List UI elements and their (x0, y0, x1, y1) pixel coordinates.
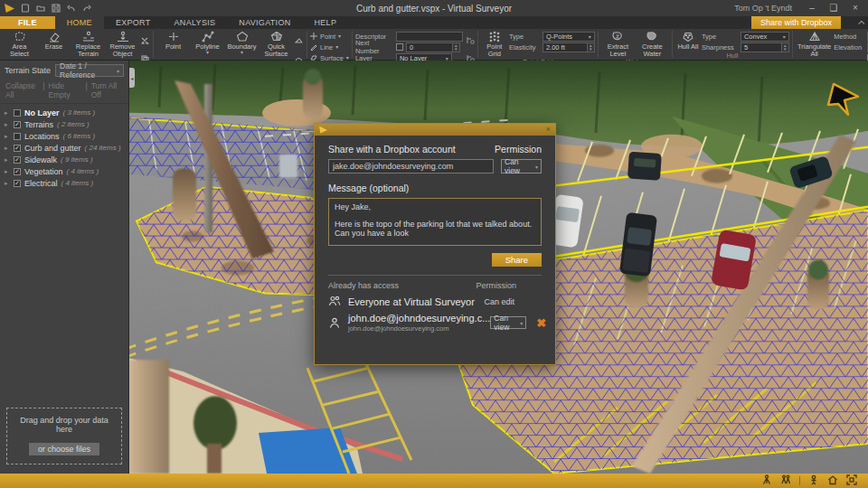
account-name[interactable]: Tom Op 't Eyndt (734, 4, 792, 13)
maximize-button[interactable]: ❑ (825, 2, 843, 14)
layer-row-locations[interactable]: ▸ Locations( 6 items ) (0, 130, 128, 142)
new-icon[interactable] (21, 0, 30, 16)
expand-icon[interactable]: ▸ (5, 133, 10, 140)
expand-icon[interactable]: ▸ (5, 168, 10, 175)
hull-type-select[interactable]: Convex▾ (741, 32, 789, 42)
minimize-button[interactable]: – (803, 2, 821, 14)
multi-station-icon[interactable] (780, 473, 791, 488)
first-person-icon[interactable] (808, 473, 819, 488)
save-icon[interactable] (52, 0, 61, 16)
group-drawing: Point Polyline▾ Boundary▾ Quick Surface … (154, 29, 307, 60)
cut-icon[interactable] (141, 32, 149, 48)
collapse-all-link[interactable]: Collapse All (5, 81, 39, 99)
hide-empty-link[interactable]: Hide Empty (49, 81, 82, 99)
dialog-close-icon[interactable]: × (546, 126, 551, 134)
remove-object-icon (117, 31, 129, 42)
choose-files-button[interactable]: or choose files (29, 443, 99, 455)
person-icon (328, 317, 341, 329)
collapse-ribbon-icon[interactable] (855, 16, 868, 29)
turn-all-off-link[interactable]: Turn All Off (91, 81, 123, 99)
layer-row-electrical[interactable]: ▸ ✓ Electrical( 4 items ) (0, 177, 128, 189)
layer-tree: ▸ No Layer( 3 items ) ▸ ✓ Terrains( 2 it… (0, 104, 128, 189)
point-grid-button[interactable]: Point Grid (481, 30, 508, 58)
station-view-icon[interactable] (761, 473, 772, 488)
file-drop-zone[interactable]: Drag and drop your data here or choose f… (6, 408, 122, 465)
layer-checkbox[interactable] (14, 109, 21, 117)
message-textarea[interactable]: Hey Jake, Here is the topo of the parkin… (328, 198, 542, 246)
triangulate-all-button[interactable]: Triangulate All (796, 30, 833, 58)
flatten-terrain-icon[interactable] (295, 32, 303, 48)
point-grid-type-select[interactable]: Q-Points▾ (542, 32, 595, 42)
replace-terrain-button[interactable]: Replace Terrain (71, 30, 105, 58)
elasticity-spinner[interactable]: ▴▾ (588, 42, 595, 52)
descriptor-input[interactable] (396, 32, 463, 42)
tab-export[interactable]: EXPORT (104, 16, 163, 29)
sharpness-spinner[interactable]: ▴▾ (782, 42, 789, 52)
create-water-button[interactable]: Create Water (636, 30, 669, 58)
share-with-dropbox-button[interactable]: Share with Dropbox (751, 16, 841, 29)
layer-row-sidewalk[interactable]: ▸ ✓ Sidewalk( 9 items ) (0, 154, 128, 165)
share-button[interactable]: Share (492, 253, 542, 267)
quick-surface-button[interactable]: Quick Surface (259, 30, 293, 58)
extract-level-button[interactable]: Extract Level (601, 30, 635, 58)
layer-checkbox[interactable]: ✓ (14, 168, 21, 175)
expand-icon[interactable]: ▸ (5, 145, 10, 152)
layer-checkbox[interactable] (14, 133, 21, 140)
plus-icon (310, 33, 317, 40)
tab-analysis[interactable]: ANALYSIS (163, 16, 228, 29)
descriptor-settings-icon[interactable] (466, 32, 475, 48)
layer-row-vegetation[interactable]: ▸ ✓ Vegetation( 4 items ) (0, 165, 128, 177)
home-view-icon[interactable] (827, 473, 838, 488)
sharpness-input[interactable]: 5 (741, 42, 782, 52)
open-icon[interactable] (36, 0, 45, 16)
share-email-input[interactable] (328, 159, 494, 174)
layer-checkbox[interactable]: ✓ (14, 180, 21, 187)
sidebar-collapse-handle[interactable]: ◂ (129, 68, 135, 88)
tab-home[interactable]: HOME (55, 16, 104, 29)
area-select-button[interactable]: Area Select (3, 30, 36, 58)
access-permission-label: Permission (476, 281, 516, 290)
zoom-extents-icon[interactable] (846, 473, 857, 488)
redo-icon[interactable] (82, 0, 91, 16)
share-permission-select[interactable]: Can view▾ (501, 159, 542, 174)
hull-all-button[interactable]: Hull All (675, 30, 701, 51)
terrain-state-select[interactable]: Date 1 / Reference▾ (55, 64, 124, 77)
john-permission-select[interactable]: Can view▾ (490, 316, 526, 329)
layer-row-no-layer[interactable]: ▸ No Layer( 3 items ) (0, 107, 128, 118)
polyline-button[interactable]: Polyline▾ (191, 30, 224, 54)
status-bar (0, 474, 868, 488)
group-water: Extract Level Create Water Water (599, 29, 672, 60)
layer-checkbox[interactable]: ✓ (14, 121, 21, 128)
remove-object-button[interactable]: Remove Object (106, 30, 139, 58)
group-tools: Area Select Erase Replace Terrain Remove… (0, 29, 153, 60)
next-number-checkbox[interactable] (396, 43, 403, 51)
layer-row-curb-and-gutter[interactable]: ▸ ✓ Curb and gutter( 24 items ) (0, 142, 128, 154)
styling-point-menu[interactable]: Point▾ (310, 32, 349, 41)
undo-icon[interactable] (67, 0, 76, 16)
tab-navigation[interactable]: NAVIGATION (227, 16, 302, 29)
elasticity-input[interactable]: 2.00 ft (542, 42, 588, 52)
erase-button[interactable]: Erase (37, 30, 71, 51)
point-button[interactable]: Point (156, 30, 190, 51)
polyline-icon (202, 31, 214, 42)
close-button[interactable]: × (846, 2, 864, 14)
expand-icon[interactable]: ▸ (5, 156, 10, 164)
expand-icon[interactable]: ▸ (5, 121, 10, 128)
boundary-button[interactable]: Boundary▾ (225, 30, 259, 54)
layer-row-terrains[interactable]: ▸ ✓ Terrains( 2 items ) (0, 118, 128, 130)
layer-checkbox[interactable]: ✓ (14, 145, 21, 152)
remove-access-icon[interactable]: ✖ (536, 317, 546, 329)
layer-checkbox[interactable]: ✓ (14, 156, 21, 164)
styling-line-menu[interactable]: Line▾ (310, 42, 349, 52)
share-dialog-titlebar[interactable]: × (315, 124, 555, 136)
expand-icon[interactable]: ▸ (5, 109, 10, 117)
tab-help[interactable]: HELP (303, 16, 349, 29)
next-number-spinner[interactable]: ▴▾ (453, 42, 460, 52)
group-point-grid: Point Grid Type Q-Points▾ Elasticity 2.0… (478, 29, 598, 60)
group-toposurface: Triangulate All Method 3D▾ Elevation 0.0… (793, 29, 868, 60)
quick-surface-icon (270, 31, 283, 42)
expand-icon[interactable]: ▸ (5, 180, 10, 187)
quick-access-toolbar (0, 0, 91, 16)
tab-file[interactable]: FILE (0, 16, 55, 29)
next-number-input[interactable]: 0 (406, 42, 453, 52)
